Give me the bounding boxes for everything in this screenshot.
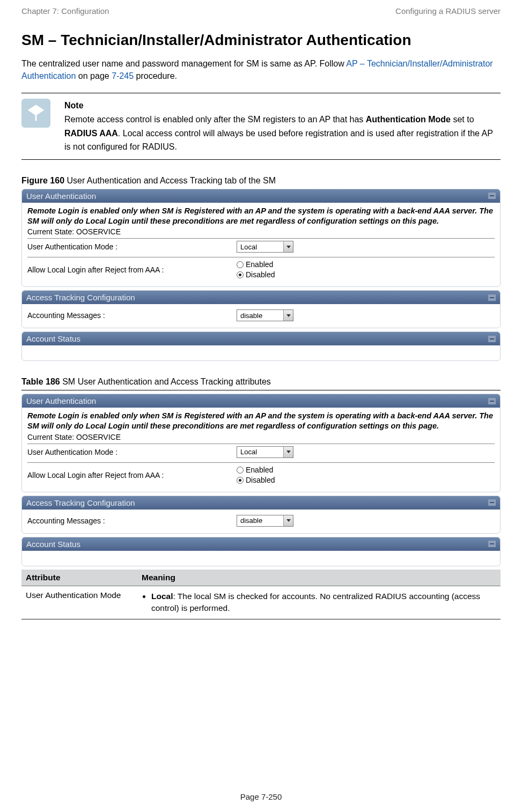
header-right: Configuring a RADIUS server (395, 6, 501, 16)
remote-login-note: Remote Login is enabled only when SM is … (27, 206, 495, 226)
radio-disabled-option[interactable]: Disabled (237, 475, 275, 485)
collapse-icon[interactable] (488, 294, 496, 301)
note-bold1: Authentication Mode (366, 115, 451, 124)
intro-pre: The centralized user name and password m… (21, 59, 346, 68)
collapse-icon[interactable] (488, 499, 496, 506)
page-title: SM – Technician/Installer/Administrator … (21, 32, 501, 49)
note-bold2: RADIUS AAA (64, 129, 118, 138)
panel-user-auth: User Authentication Remote Login is enab… (21, 394, 501, 492)
note-block: Note Remote access control is enabled on… (21, 93, 501, 159)
radio-disabled[interactable] (237, 477, 244, 484)
radio-enabled-label: Enabled (246, 260, 273, 270)
list-item: Local: The local SM is checked for accou… (151, 590, 496, 615)
intro-paragraph: The centralized user name and password m… (21, 57, 501, 82)
divider (21, 390, 501, 390)
radio-disabled-label: Disabled (246, 475, 275, 485)
note-seg2: set to (451, 115, 474, 124)
header-left: Chapter 7: Configuration (21, 6, 109, 16)
allow-local-login-label: Allow Local Login after Reject from AAA … (27, 471, 237, 479)
radio-disabled[interactable] (237, 271, 244, 278)
attr-meaning: Local: The local SM is checked for accou… (137, 586, 501, 619)
panel-user-auth-title: User Authentication (26, 191, 96, 201)
panel-account-status-title: Account Status (26, 334, 80, 343)
chevron-down-icon[interactable] (283, 515, 293, 526)
panel-user-auth: User Authentication Remote Login is enab… (21, 189, 501, 287)
panel-account-status: Account Status (21, 537, 501, 566)
accounting-messages-value: disable (237, 516, 283, 525)
chevron-down-icon[interactable] (283, 241, 293, 252)
user-auth-mode-value: Local (237, 243, 283, 251)
user-auth-mode-select[interactable]: Local (237, 241, 293, 253)
collapse-icon[interactable] (488, 398, 496, 404)
panel-account-status: Account Status (21, 331, 501, 361)
note-seg3: . Local access control will always be us… (64, 129, 493, 152)
panel-account-status-title: Account Status (26, 540, 80, 549)
panel-access-tracking-title: Access Tracking Configuration (26, 293, 135, 302)
chevron-down-icon[interactable] (283, 310, 293, 321)
panel-user-auth-title: User Authentication (26, 396, 96, 405)
allow-local-login-label: Allow Local Login after Reject from AAA … (27, 265, 237, 274)
radio-enabled[interactable] (237, 467, 244, 474)
figure-text: User Authentication and Access Tracking … (64, 176, 276, 185)
user-auth-mode-select[interactable]: Local (237, 446, 293, 458)
bullet-rest: : The local SM is checked for accounts. … (151, 592, 480, 612)
radio-enabled-option[interactable]: Enabled (237, 465, 275, 475)
user-auth-mode-label: User Authentication Mode : (27, 242, 237, 251)
user-auth-mode-value: Local (237, 448, 283, 456)
panel-access-tracking: Access Tracking Configuration Accounting… (21, 290, 501, 328)
intro-mid: on page (76, 71, 112, 80)
page-footer: Page 7-250 (0, 792, 522, 801)
figure-caption: Figure 160 User Authentication and Acces… (21, 176, 501, 186)
accounting-messages-select[interactable]: disable (237, 309, 293, 321)
current-state: Current State: OOSERVICE (27, 433, 495, 441)
chevron-down-icon[interactable] (283, 447, 293, 457)
note-heading: Note (64, 99, 501, 113)
note-icon (21, 99, 50, 128)
user-auth-mode-label: User Authentication Mode : (27, 448, 237, 456)
table-row: User Authentication Mode Local: The loca… (21, 586, 501, 619)
table-text: SM User Authentication and Access Tracki… (60, 377, 271, 386)
attributes-table: Attribute Meaning User Authentication Mo… (21, 570, 501, 619)
bullet-bold: Local (151, 592, 173, 601)
radio-enabled[interactable] (237, 261, 244, 268)
accounting-messages-value: disable (237, 312, 283, 320)
accounting-messages-label: Accounting Messages : (27, 516, 237, 525)
table-caption: Table 186 SM User Authentication and Acc… (21, 377, 501, 387)
table-ui: User Authentication Remote Login is enab… (21, 394, 501, 566)
radio-enabled-label: Enabled (246, 465, 273, 475)
panel-access-tracking-title: Access Tracking Configuration (26, 498, 135, 507)
note-text: Remote access control is enabled only af… (64, 113, 501, 154)
attr-name: User Authentication Mode (21, 586, 137, 619)
intro-post: procedure. (134, 71, 177, 80)
collapse-icon[interactable] (488, 541, 496, 547)
panel-access-tracking: Access Tracking Configuration Accounting… (21, 496, 501, 534)
table-label: Table 186 (21, 377, 60, 386)
current-state: Current State: OOSERVICE (27, 227, 495, 236)
collapse-icon[interactable] (488, 193, 496, 199)
radio-enabled-option[interactable]: Enabled (237, 260, 275, 270)
remote-login-note: Remote Login is enabled only when SM is … (27, 411, 495, 431)
note-seg1: Remote access control is enabled only af… (64, 115, 366, 124)
radio-disabled-option[interactable]: Disabled (237, 270, 275, 280)
radio-disabled-label: Disabled (246, 270, 275, 280)
col-meaning: Meaning (137, 570, 501, 586)
col-attribute: Attribute (21, 570, 137, 586)
link-page-ref[interactable]: 7-245 (112, 71, 134, 80)
accounting-messages-label: Accounting Messages : (27, 311, 237, 320)
collapse-icon[interactable] (488, 336, 496, 342)
figure-label: Figure 160 (21, 176, 64, 185)
accounting-messages-select[interactable]: disable (237, 515, 293, 527)
figure-ui: User Authentication Remote Login is enab… (21, 189, 501, 361)
